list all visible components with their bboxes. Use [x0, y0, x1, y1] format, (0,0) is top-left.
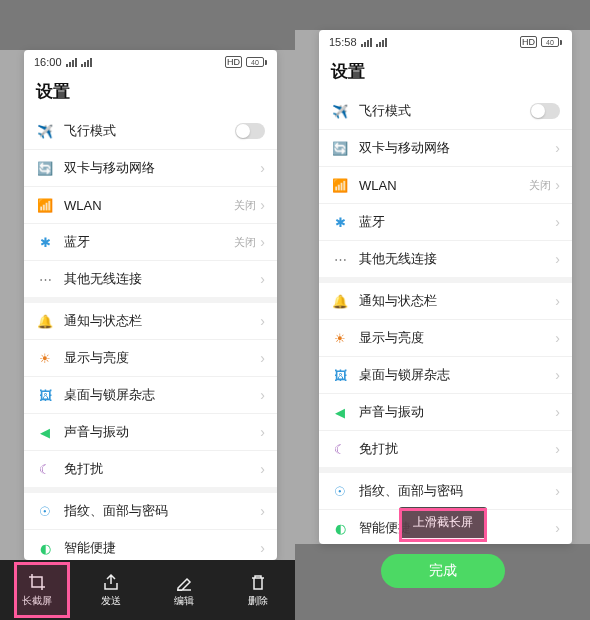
row-icon: ✈️	[331, 102, 349, 120]
row-label: 飞行模式	[359, 102, 530, 120]
settings-row[interactable]: 📶WLAN关闭›	[319, 166, 572, 203]
row-value: 关闭	[234, 198, 256, 213]
signal-icon-2	[81, 58, 92, 67]
toolbar-label: 编辑	[174, 594, 194, 608]
done-button[interactable]: 完成	[381, 554, 505, 588]
settings-row[interactable]: ☾免打扰›	[24, 450, 277, 487]
row-icon: 🔔	[36, 312, 54, 330]
chevron-right-icon: ›	[555, 483, 560, 499]
row-icon: ◐	[36, 539, 54, 557]
row-icon: ☀	[331, 329, 349, 347]
settings-row[interactable]: ◀声音与振动›	[319, 393, 572, 430]
row-icon: ✈️	[36, 122, 54, 140]
settings-row[interactable]: ✱蓝牙关闭›	[24, 223, 277, 260]
chevron-right-icon: ›	[555, 177, 560, 193]
share-button[interactable]: 发送	[81, 573, 141, 608]
row-icon: ◀	[36, 423, 54, 441]
edit-button[interactable]: 编辑	[154, 573, 214, 608]
row-icon: 🔄	[331, 139, 349, 157]
settings-row[interactable]: ☉指纹、面部与密码›	[24, 493, 277, 529]
row-label: 蓝牙	[64, 233, 234, 251]
toolbar-label: 发送	[101, 594, 121, 608]
row-icon: ☾	[331, 440, 349, 458]
chevron-right-icon: ›	[260, 503, 265, 519]
share-icon	[102, 573, 120, 591]
signal-icon-2	[376, 38, 387, 47]
row-icon: 📶	[331, 176, 349, 194]
chevron-right-icon: ›	[555, 520, 560, 536]
settings-row[interactable]: ☀显示与亮度›	[24, 339, 277, 376]
row-label: 桌面与锁屏杂志	[64, 386, 260, 404]
phone-left: 16:00 HD 40 设置 ✈️飞行模式🔄双卡与移动网络›📶WLAN关闭›✱蓝…	[0, 0, 295, 620]
long-screenshot-button[interactable]: 长截屏	[7, 573, 67, 608]
signal-icon	[361, 38, 372, 47]
toolbar-label: 删除	[248, 594, 268, 608]
chevron-right-icon: ›	[555, 293, 560, 309]
row-icon: ◐	[331, 519, 349, 537]
row-icon: ☀	[36, 349, 54, 367]
settings-row[interactable]: ✈️飞行模式	[24, 113, 277, 149]
row-icon: 🖼	[331, 366, 349, 384]
delete-button[interactable]: 删除	[228, 573, 288, 608]
status-time: 16:00	[34, 56, 62, 68]
settings-row[interactable]: ☾免打扰›	[319, 430, 572, 467]
settings-row[interactable]: ☀显示与亮度›	[319, 319, 572, 356]
row-label: 双卡与移动网络	[359, 139, 555, 157]
settings-row[interactable]: ⋯其他无线连接›	[24, 260, 277, 297]
row-label: 指纹、面部与密码	[64, 502, 260, 520]
battery-icon: 40	[246, 57, 267, 67]
row-label: 桌面与锁屏杂志	[359, 366, 555, 384]
settings-row[interactable]: ✈️飞行模式	[319, 93, 572, 129]
row-icon: ☉	[331, 482, 349, 500]
settings-row[interactable]: 🔔通知与状态栏›	[24, 303, 277, 339]
screenshot-toolbar: 长截屏 发送 编辑 删除	[0, 560, 295, 620]
status-bar: 16:00 HD 40	[24, 50, 277, 74]
chevron-right-icon: ›	[555, 367, 560, 383]
settings-row[interactable]: ☉指纹、面部与密码›	[319, 473, 572, 509]
toggle-switch[interactable]	[530, 103, 560, 119]
row-icon: ⋯	[36, 270, 54, 288]
settings-row[interactable]: ◐智能便捷›	[24, 529, 277, 560]
settings-row[interactable]: 🔄双卡与移动网络›	[319, 129, 572, 166]
chevron-right-icon: ›	[260, 313, 265, 329]
chevron-right-icon: ›	[260, 271, 265, 287]
settings-row[interactable]: 🖼桌面与锁屏杂志›	[24, 376, 277, 413]
row-icon: ☾	[36, 460, 54, 478]
hd-icon: HD	[520, 36, 537, 48]
row-label: 免打扰	[359, 440, 555, 458]
battery-icon: 40	[541, 37, 562, 47]
chevron-right-icon: ›	[555, 214, 560, 230]
chevron-right-icon: ›	[555, 404, 560, 420]
settings-row[interactable]: ⋯其他无线连接›	[319, 240, 572, 277]
row-label: 显示与亮度	[64, 349, 260, 367]
chevron-right-icon: ›	[260, 540, 265, 556]
chevron-right-icon: ›	[555, 251, 560, 267]
row-label: 通知与状态栏	[359, 292, 555, 310]
settings-row[interactable]: 📶WLAN关闭›	[24, 186, 277, 223]
settings-row[interactable]: 🔄双卡与移动网络›	[24, 149, 277, 186]
settings-row[interactable]: 🖼桌面与锁屏杂志›	[319, 356, 572, 393]
settings-row[interactable]: 🔔通知与状态栏›	[319, 283, 572, 319]
row-label: 其他无线连接	[64, 270, 260, 288]
row-value: 关闭	[529, 178, 551, 193]
toggle-switch[interactable]	[235, 123, 265, 139]
row-icon: ☉	[36, 502, 54, 520]
row-label: WLAN	[359, 178, 529, 193]
row-icon: ⋯	[331, 250, 349, 268]
row-label: WLAN	[64, 198, 234, 213]
chevron-right-icon: ›	[555, 441, 560, 457]
row-label: 声音与振动	[64, 423, 260, 441]
row-label: 智能便捷	[64, 539, 260, 557]
trash-icon	[249, 573, 267, 591]
settings-row[interactable]: ✱蓝牙›	[319, 203, 572, 240]
row-icon: 🖼	[36, 386, 54, 404]
row-icon: 🔄	[36, 159, 54, 177]
row-label: 声音与振动	[359, 403, 555, 421]
chevron-right-icon: ›	[260, 424, 265, 440]
settings-row[interactable]: ◀声音与振动›	[24, 413, 277, 450]
row-label: 飞行模式	[64, 122, 235, 140]
chevron-right-icon: ›	[260, 387, 265, 403]
row-label: 免打扰	[64, 460, 260, 478]
row-icon: ✱	[331, 213, 349, 231]
row-label: 其他无线连接	[359, 250, 555, 268]
